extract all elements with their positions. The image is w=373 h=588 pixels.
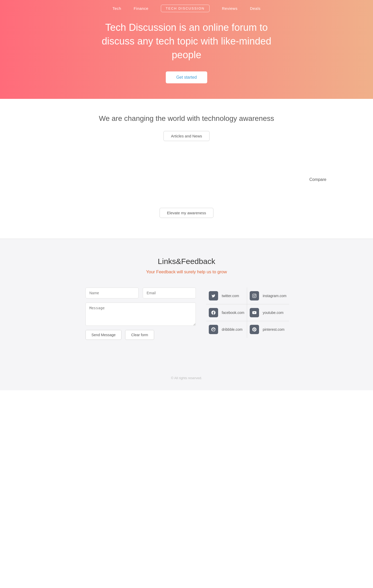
- instagram-label: instagram.com: [263, 294, 286, 298]
- feedback-content: Send Message Clear form twitter.com inst…: [85, 288, 288, 340]
- pinterest-icon: [250, 325, 259, 334]
- name-input[interactable]: [85, 288, 139, 298]
- link-facebook[interactable]: facebook.com: [206, 304, 247, 321]
- instagram-icon: [250, 291, 259, 300]
- elevate-section: Elevate my awareness: [0, 197, 373, 239]
- message-input[interactable]: [85, 303, 196, 326]
- facebook-label: facebook.com: [222, 311, 244, 315]
- youtube-label: youtube.com: [263, 311, 283, 315]
- compare-label: Compare: [309, 177, 326, 182]
- footer: © All rights reserved.: [0, 361, 373, 390]
- hero-title: Tech Discussion is an online forum to di…: [96, 21, 277, 62]
- get-started-button[interactable]: Get started: [166, 71, 207, 83]
- elevate-button[interactable]: Elevate my awareness: [160, 208, 214, 218]
- link-instagram[interactable]: instagram.com: [247, 288, 289, 304]
- feedback-form: Send Message Clear form: [85, 288, 196, 340]
- email-input[interactable]: [143, 288, 196, 298]
- awareness-section: We are changing the world with technolog…: [0, 99, 373, 162]
- links-col: twitter.com instagram.com facebook.com: [206, 288, 289, 340]
- facebook-icon: [209, 308, 218, 317]
- nav-reviews[interactable]: Reviews: [222, 6, 238, 11]
- youtube-icon: [250, 308, 259, 317]
- nav-tech[interactable]: Tech: [112, 6, 121, 11]
- copyright: © All rights reserved.: [0, 376, 373, 380]
- compare-section: Compare: [0, 162, 373, 197]
- nav-tech-discussion[interactable]: TECH DISCUSSION: [161, 5, 210, 12]
- links-grid: twitter.com instagram.com facebook.com: [206, 288, 289, 338]
- dribbble-label: dribbble.com: [222, 327, 242, 332]
- link-twitter[interactable]: twitter.com: [206, 288, 247, 304]
- link-youtube[interactable]: youtube.com: [247, 304, 289, 321]
- pinterest-label: pinterest.com: [263, 327, 284, 332]
- nav-deals[interactable]: Deals: [250, 6, 261, 11]
- dribbble-icon: [209, 325, 218, 334]
- send-message-button[interactable]: Send Message: [85, 330, 121, 340]
- awareness-title: We are changing the world with technolog…: [99, 114, 274, 123]
- articles-news-button[interactable]: Articles and News: [163, 131, 210, 141]
- main-nav: Tech Finance TECH DISCUSSION Reviews Dea…: [0, 0, 373, 17]
- twitter-label: twitter.com: [222, 294, 239, 298]
- twitter-icon: [209, 291, 218, 300]
- form-name-email-row: [85, 288, 196, 298]
- link-pinterest[interactable]: pinterest.com: [247, 321, 289, 338]
- nav-finance[interactable]: Finance: [134, 6, 148, 11]
- clear-form-button[interactable]: Clear form: [125, 330, 154, 340]
- feedback-title: Links&Feedback: [21, 257, 352, 266]
- link-dribbble[interactable]: dribbble.com: [206, 321, 247, 338]
- feedback-subtitle: Your Feedback will surely help us to gro…: [21, 269, 352, 275]
- form-actions: Send Message Clear form: [85, 330, 196, 340]
- feedback-section: Links&Feedback Your Feedback will surely…: [0, 239, 373, 361]
